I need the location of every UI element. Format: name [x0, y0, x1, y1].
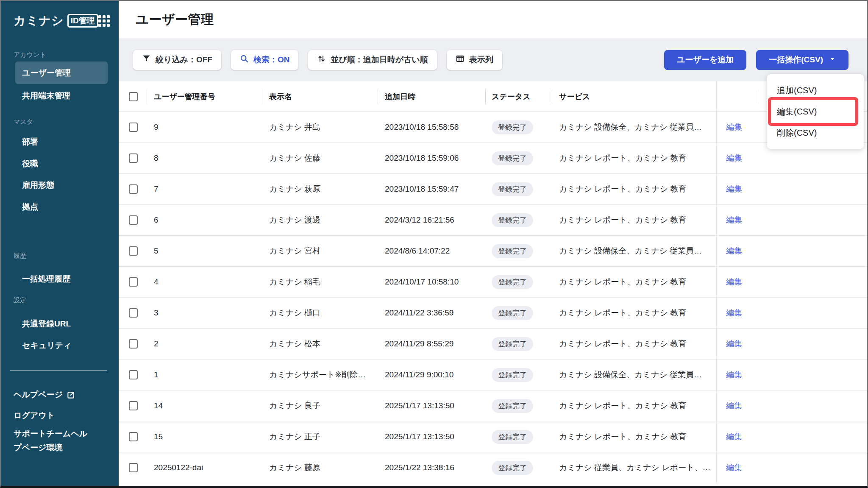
cell-services: カミナシ レポート、カミナシ 教育	[552, 174, 716, 204]
caret-down-icon	[829, 55, 836, 64]
edit-link[interactable]: 編集	[726, 215, 742, 226]
cell-display-name: カミナシ 稲毛	[262, 267, 378, 297]
menu-item-edit-csv[interactable]: 編集(CSV)	[767, 101, 864, 122]
row-checkbox[interactable]	[129, 246, 138, 256]
edit-link[interactable]: 編集	[726, 307, 742, 318]
cell-added-at: 2025/1/22 13:38:16	[378, 452, 486, 483]
cell-services: カミナシ 従業員、カミナシ レポート、…	[552, 452, 716, 483]
row-checkbox-cell	[119, 112, 147, 142]
edit-link[interactable]: 編集	[726, 431, 742, 442]
columns-button-label: 表示列	[469, 54, 493, 65]
apps-grid-icon[interactable]	[98, 15, 110, 27]
table-row: 8 カミナシ 佐藤 2023/10/18 15:59:06 登録完了 カミナシ …	[119, 143, 867, 174]
filter-button[interactable]: 絞り込み：OFF	[133, 50, 221, 70]
cell-services: カミナシ レポート、カミナシ 教育	[552, 390, 716, 421]
main-content: ユーザー管理 絞り込み：OFF 検索：ON	[119, 1, 867, 486]
cell-user-id: 3	[147, 298, 262, 328]
cell-services: カミナシ 設備保全、カミナシ 従業員…	[552, 112, 716, 142]
sidebar-item-support-help-env[interactable]: サポートチームヘルプページ環境	[14, 427, 94, 455]
row-checkbox[interactable]	[129, 153, 138, 163]
row-checkbox[interactable]	[129, 463, 138, 472]
menu-item-add-csv[interactable]: 追加(CSV)	[767, 80, 864, 101]
cell-status: 登録完了	[486, 421, 552, 452]
cell-user-id: 14	[147, 390, 262, 421]
table-row: 4 カミナシ 稲毛 2024/10/17 10:58:10 登録完了 カミナシ …	[119, 267, 867, 298]
cell-display-name: カミナシ 正子	[262, 421, 378, 452]
sidebar-item-logout[interactable]: ログアウト	[14, 406, 108, 425]
cell-extra	[758, 205, 867, 235]
cell-services: カミナシ レポート、カミナシ 教育	[552, 421, 716, 452]
row-checkbox[interactable]	[129, 432, 138, 441]
cell-extra	[758, 298, 867, 328]
menu-item-delete-csv[interactable]: 削除(CSV)	[767, 122, 864, 143]
funnel-icon	[142, 54, 151, 65]
sidebar-item-user-management[interactable]: ユーザー管理	[15, 61, 108, 84]
cell-edit: 編集	[716, 421, 758, 452]
table-header-row: ユーザー管理番号 表示名 追加日時 ステータス サービス	[119, 81, 867, 112]
row-checkbox[interactable]	[129, 123, 138, 132]
bulk-operation-button[interactable]: 一括操作(CSV)	[756, 50, 849, 70]
sidebar-item-help-page[interactable]: ヘルプページ	[14, 385, 108, 404]
row-checkbox[interactable]	[129, 401, 138, 410]
toolbar: 絞り込み：OFF 検索：ON 並び順：追加日時が古い順	[119, 38, 867, 81]
header-checkbox-cell	[119, 81, 147, 112]
cell-edit: 編集	[716, 390, 758, 421]
cell-user-id: 15	[147, 421, 262, 452]
edit-link[interactable]: 編集	[726, 184, 742, 195]
table-row: 20250122-dai カミナシ 藤原 2025/1/22 13:38:16 …	[119, 452, 867, 483]
status-badge: 登録完了	[492, 275, 533, 289]
cell-added-at: 2023/10/18 15:59:06	[378, 143, 486, 173]
edit-link[interactable]: 編集	[726, 462, 742, 473]
cell-status: 登録完了	[486, 360, 552, 390]
row-checkbox[interactable]	[129, 339, 138, 349]
row-checkbox-cell	[119, 236, 147, 266]
edit-link[interactable]: 編集	[726, 276, 742, 287]
search-button[interactable]: 検索：ON	[231, 50, 299, 70]
cell-edit: 編集	[716, 329, 758, 359]
status-badge: 登録完了	[492, 120, 533, 134]
cell-display-name: カミナシ 松本	[262, 329, 378, 359]
cell-status: 登録完了	[486, 112, 552, 142]
row-checkbox[interactable]	[129, 308, 138, 318]
row-checkbox-cell	[119, 421, 147, 452]
sort-button[interactable]: 並び順：追加日時が古い順	[308, 50, 437, 70]
sidebar-item-position[interactable]: 役職	[14, 153, 108, 174]
edit-link[interactable]: 編集	[726, 400, 742, 411]
edit-link[interactable]: 編集	[726, 122, 742, 133]
cell-extra	[758, 329, 867, 359]
sidebar-item-employment-type[interactable]: 雇用形態	[14, 175, 108, 195]
cell-user-id: 2	[147, 329, 262, 359]
cell-services: カミナシ レポート、カミナシ 教育	[552, 298, 716, 328]
sidebar-item-security[interactable]: セキュリティ	[14, 335, 108, 356]
sidebar-item-shared-device[interactable]: 共用端末管理	[14, 85, 108, 106]
table-row: 2 カミナシ 松本 2024/11/29 8:55:29 登録完了 カミナシ レ…	[119, 329, 867, 360]
edit-link[interactable]: 編集	[726, 338, 742, 349]
sidebar-item-common-registration-url[interactable]: 共通登録URL	[14, 314, 108, 334]
select-all-checkbox[interactable]	[129, 92, 138, 101]
cell-edit: 編集	[716, 360, 758, 390]
edit-link[interactable]: 編集	[726, 369, 742, 380]
status-badge: 登録完了	[492, 399, 533, 413]
cell-display-name: カミナシ 井島	[262, 112, 378, 142]
columns-button[interactable]: 表示列	[447, 50, 502, 70]
row-checkbox[interactable]	[129, 277, 138, 287]
sidebar-item-bulk-history[interactable]: 一括処理履歴	[14, 269, 108, 289]
status-badge: 登録完了	[492, 182, 533, 196]
row-checkbox[interactable]	[129, 184, 138, 194]
sidebar-item-department[interactable]: 部署	[14, 132, 108, 152]
sidebar-divider	[10, 370, 107, 371]
edit-link[interactable]: 編集	[726, 153, 742, 164]
columns-icon	[456, 54, 465, 65]
edit-link[interactable]: 編集	[726, 245, 742, 257]
cell-extra	[758, 360, 867, 390]
users-table: ユーザー管理番号 表示名 追加日時 ステータス サービス 9 カミナシ 井島 2…	[119, 81, 867, 486]
cell-display-name: カミナシ 渡邊	[262, 205, 378, 235]
row-checkbox[interactable]	[129, 370, 138, 379]
add-user-button[interactable]: ユーザーを追加	[664, 50, 746, 70]
cell-display-name: カミナシ 宮村	[262, 236, 378, 266]
logo-badge: ID管理	[67, 14, 98, 28]
row-checkbox[interactable]	[129, 215, 138, 225]
cell-extra	[758, 390, 867, 421]
row-checkbox-cell	[119, 360, 147, 390]
sidebar-item-location[interactable]: 拠点	[14, 197, 108, 217]
